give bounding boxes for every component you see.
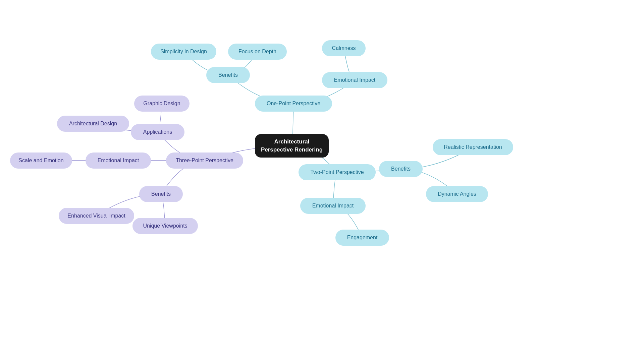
node-two-point: Two-Point Perspective — [299, 164, 376, 180]
connections-svg — [0, 0, 644, 363]
node-focus-depth: Focus on Depth — [228, 44, 287, 60]
node-applications: Applications — [131, 124, 184, 140]
node-calmness: Calmness — [322, 40, 366, 56]
node-three-point: Three-Point Perspective — [166, 153, 243, 169]
node-dynamic: Dynamic Angles — [426, 186, 488, 202]
center-node: Architectural Perspective Rendering — [255, 134, 329, 158]
node-benefits-3p: Benefits — [139, 186, 183, 202]
node-benefits-2p: Benefits — [379, 161, 423, 177]
node-arch-design: Architectural Design — [57, 116, 129, 132]
node-benefits-1p: Benefits — [206, 67, 250, 83]
node-graphic-design: Graphic Design — [134, 96, 190, 112]
node-unique: Unique Viewpoints — [132, 218, 198, 234]
mind-map: Architectural Perspective RenderingOne-P… — [0, 0, 644, 363]
node-enhanced: Enhanced Visual Impact — [59, 208, 134, 224]
node-emotional-2p: Emotional Impact — [300, 198, 366, 214]
node-simplicity: Simplicity in Design — [151, 44, 216, 60]
node-emotional-3p: Emotional Impact — [86, 153, 151, 169]
node-scale-emotion: Scale and Emotion — [10, 153, 72, 169]
node-emotional-1p: Emotional Impact — [322, 72, 387, 88]
node-one-point: One-Point Perspective — [255, 96, 332, 112]
node-engagement: Engagement — [335, 230, 389, 246]
node-realistic: Realistic Representation — [433, 139, 513, 155]
